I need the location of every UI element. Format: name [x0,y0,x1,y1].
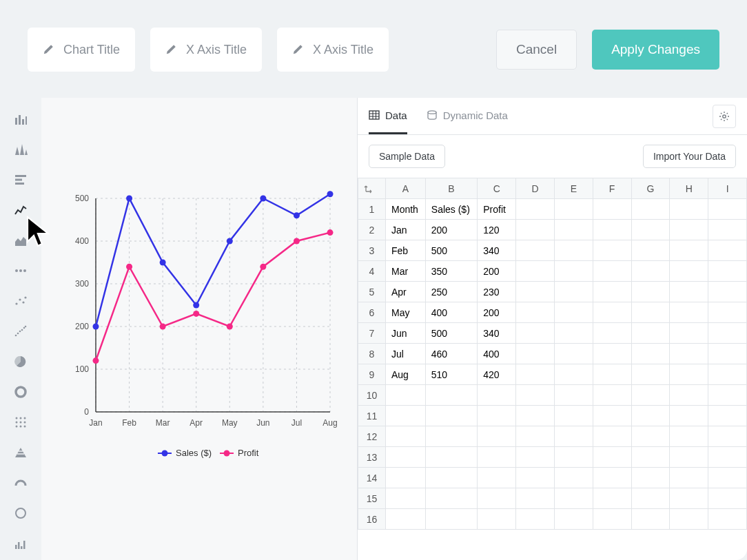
cell[interactable] [554,509,593,530]
cell[interactable]: 120 [478,220,516,240]
col-header[interactable]: H [670,178,708,199]
cell[interactable] [708,468,747,488]
cell[interactable] [516,240,555,261]
cell[interactable] [631,447,670,468]
cell[interactable] [554,302,593,323]
cell[interactable] [593,468,631,488]
sharp-bar-icon[interactable] [13,142,28,157]
row-header[interactable]: 4 [358,261,386,282]
cell[interactable] [593,261,631,282]
cell[interactable] [708,240,747,261]
cell[interactable]: 200 [478,302,516,323]
cell[interactable] [516,447,555,468]
cell[interactable] [516,385,555,406]
cell[interactable]: 340 [478,240,516,261]
row-header[interactable]: 12 [358,426,386,447]
cell[interactable] [670,302,708,323]
row-header[interactable]: 3 [358,240,386,261]
cell[interactable] [593,199,631,220]
cell[interactable] [631,323,670,344]
cell[interactable]: 420 [478,364,516,385]
cell[interactable] [478,509,516,530]
cell[interactable] [554,364,593,385]
cell[interactable] [554,426,593,447]
cell[interactable] [593,364,631,385]
cell[interactable] [708,323,747,344]
cell[interactable]: Feb [386,240,426,261]
cell[interactable] [593,385,631,406]
apply-changes-button[interactable]: Apply Changes [592,30,719,70]
cell[interactable] [425,447,477,468]
cell[interactable] [516,344,555,364]
cell[interactable] [670,406,708,426]
cell[interactable] [516,468,555,488]
cell[interactable] [631,261,670,282]
cell[interactable]: Jan [386,220,426,240]
cell[interactable] [631,509,670,530]
cell[interactable] [631,406,670,426]
cell[interactable] [554,344,593,364]
row-header[interactable]: 5 [358,282,386,302]
sample-data-button[interactable]: Sample Data [369,145,445,168]
cell[interactable] [708,261,747,282]
row-header[interactable]: 2 [358,220,386,240]
cell[interactable] [516,406,555,426]
cell[interactable]: 340 [478,323,516,344]
dots-row-icon[interactable] [13,263,28,278]
cell[interactable] [516,509,555,530]
cell[interactable] [386,447,426,468]
row-header[interactable]: 8 [358,344,386,364]
cell[interactable] [708,302,747,323]
x-axis-title-input-1[interactable]: X Axis Title [150,28,262,72]
cell[interactable] [708,488,747,509]
cell[interactable] [516,220,555,240]
cell[interactable] [708,509,747,530]
cell[interactable] [708,199,747,220]
cell[interactable]: Sales ($) [425,199,477,220]
cell[interactable] [631,385,670,406]
cell[interactable] [425,426,477,447]
cell[interactable] [670,220,708,240]
row-header[interactable]: 14 [358,468,386,488]
cell[interactable] [554,282,593,302]
cell[interactable] [670,261,708,282]
cell[interactable] [593,426,631,447]
cell[interactable] [516,282,555,302]
cell[interactable] [593,302,631,323]
cell[interactable] [593,344,631,364]
col-header[interactable]: A [386,178,426,199]
cell[interactable] [631,344,670,364]
cell[interactable] [554,199,593,220]
cell[interactable] [554,447,593,468]
cell[interactable] [516,199,555,220]
cell[interactable] [708,344,747,364]
cell[interactable] [593,220,631,240]
cell[interactable] [670,282,708,302]
import-data-button[interactable]: Import Your Data [643,145,736,168]
cell[interactable] [631,468,670,488]
circle-outline-icon[interactable] [13,506,28,521]
col-header[interactable]: I [708,178,747,199]
cell[interactable] [516,426,555,447]
cell[interactable] [708,282,747,302]
cancel-button[interactable]: Cancel [496,30,577,70]
cell[interactable] [708,385,747,406]
cell[interactable]: Jul [386,344,426,364]
cell[interactable] [554,220,593,240]
cell[interactable] [516,261,555,282]
cell[interactable] [425,406,477,426]
cell[interactable] [593,447,631,468]
cell[interactable] [386,488,426,509]
cell[interactable]: 400 [425,302,477,323]
cell[interactable] [631,302,670,323]
cell[interactable] [425,468,477,488]
spreadsheet[interactable]: ABCDEFGHI1MonthSales ($)Profit2Jan200120… [358,178,747,560]
cell[interactable] [708,406,747,426]
cell[interactable] [516,488,555,509]
cell[interactable] [516,323,555,344]
cell[interactable] [554,385,593,406]
cell[interactable]: 200 [425,220,477,240]
cell[interactable] [516,302,555,323]
col-header[interactable]: B [425,178,477,199]
cell[interactable] [554,240,593,261]
